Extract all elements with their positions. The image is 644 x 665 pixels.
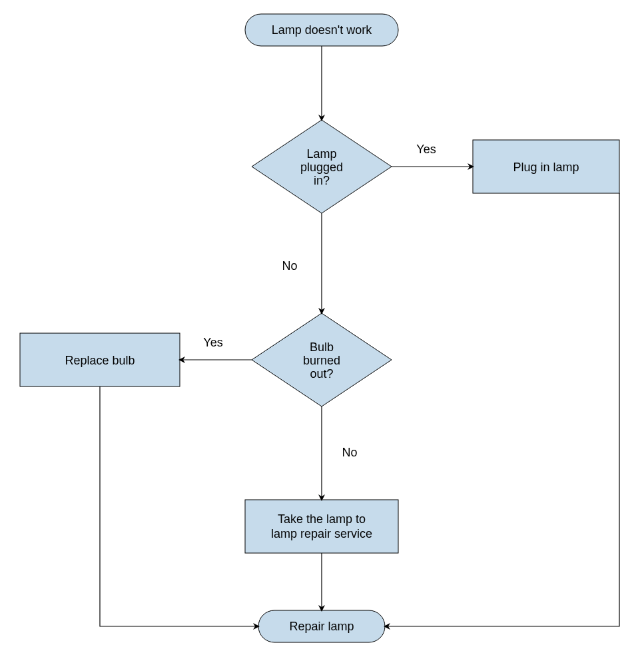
node-start: Lamp doesn't work — [245, 14, 398, 46]
node-burned-line3: out? — [310, 367, 333, 380]
node-burned: Bulb burned out? — [252, 313, 392, 406]
node-plugin-label: Plug in lamp — [513, 161, 579, 174]
node-replace-label: Replace bulb — [65, 354, 135, 367]
edge-plugin-end — [385, 193, 619, 626]
node-end-label: Repair lamp — [289, 620, 354, 633]
flowchart: Lamp doesn't work Lamp plugged in? Plug … — [0, 0, 644, 665]
node-service-line2: lamp repair service — [271, 527, 372, 540]
edge-label-plugged-no: No — [282, 259, 297, 273]
edge-label-burned-yes: Yes — [203, 336, 222, 349]
node-service: Take the lamp to lamp repair service — [245, 500, 398, 553]
node-plugged-line2: plugged — [300, 161, 343, 174]
node-plugged-line3: in? — [314, 174, 330, 187]
node-plugged-line1: Lamp — [306, 147, 336, 161]
node-end: Repair lamp — [258, 610, 385, 642]
node-plugged: Lamp plugged in? — [252, 120, 392, 213]
edge-label-burned-no: No — [342, 446, 357, 459]
node-start-label: Lamp doesn't work — [272, 23, 373, 37]
node-plugin: Plug in lamp — [473, 140, 619, 193]
edge-replace-end — [100, 386, 258, 626]
node-replace: Replace bulb — [20, 333, 180, 386]
node-burned-line2: burned — [303, 354, 340, 367]
node-service-line1: Take the lamp to — [278, 512, 366, 526]
edge-label-plugged-yes: Yes — [416, 143, 436, 156]
node-burned-line1: Bulb — [310, 340, 334, 354]
